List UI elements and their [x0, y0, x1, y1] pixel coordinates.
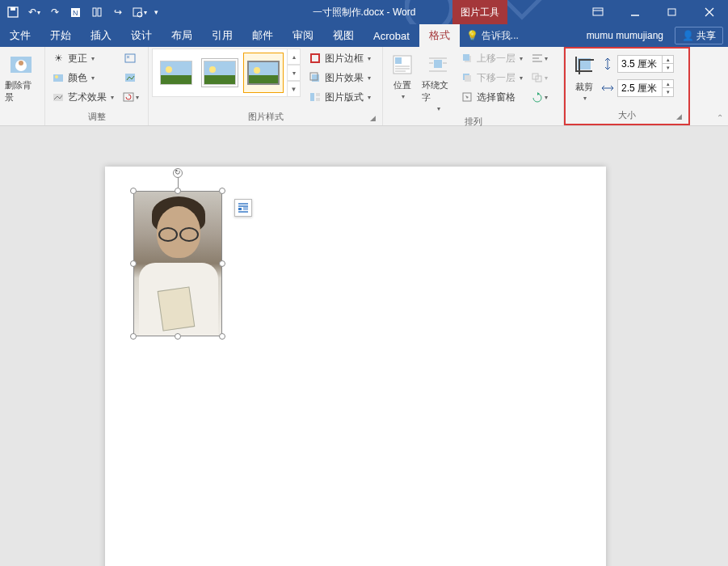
layout-options-flyout[interactable]	[234, 199, 252, 217]
compress-pictures-button[interactable]	[120, 49, 140, 68]
size-launcher-button[interactable]: ◢	[674, 112, 684, 122]
qat-button-5[interactable]: ↪	[108, 1, 128, 23]
print-preview-button[interactable]: ▾	[129, 1, 149, 23]
group-size-label: 大小◢	[569, 109, 685, 124]
group-size: 裁剪▾ ▴▾ ▴▾ 大小◢	[564, 47, 690, 125]
position-button[interactable]: 位置▾	[386, 49, 419, 103]
lightbulb-icon: 💡	[466, 30, 478, 41]
rotate-handle[interactable]	[173, 168, 183, 178]
width-down-button[interactable]: ▾	[663, 88, 673, 96]
svg-rect-43	[463, 54, 469, 61]
height-down-button[interactable]: ▾	[663, 64, 673, 72]
svg-rect-1	[11, 7, 15, 11]
tell-me-search[interactable]: 💡 告诉我...	[460, 24, 525, 47]
tab-references[interactable]: 引用	[202, 24, 242, 47]
group-adjust: ☀更正▾ 颜色▾ 艺术效果▾ ▾ 调整	[45, 47, 149, 125]
brightness-icon: ☀	[52, 52, 65, 65]
resize-handle-r[interactable]	[219, 260, 225, 267]
minimize-button[interactable]	[616, 0, 654, 24]
gallery-up-button[interactable]: ▴	[288, 49, 301, 65]
corrections-button[interactable]: ☀更正▾	[48, 49, 117, 68]
tab-file[interactable]: 文件	[0, 24, 40, 47]
tab-acrobat[interactable]: Acrobat	[364, 24, 419, 47]
picture-styles-gallery[interactable]	[152, 49, 288, 97]
picture-border-button[interactable]: 图片边框▾	[305, 49, 374, 68]
document-title: 一寸照制作.docx - Word	[313, 6, 416, 19]
onenote-linked-notes-button[interactable]: N	[66, 1, 86, 23]
tab-home[interactable]: 开始	[40, 24, 81, 47]
svg-rect-5	[98, 8, 101, 16]
picture-layout-button[interactable]: 图片版式▾	[305, 87, 374, 107]
resize-handle-tl[interactable]	[130, 188, 137, 194]
selected-picture[interactable]	[133, 191, 222, 336]
dropdown-icon: ▾	[91, 55, 95, 62]
style-thumb-1[interactable]	[156, 53, 196, 93]
dropdown-icon: ▾	[136, 94, 139, 101]
resize-handle-br[interactable]	[219, 333, 225, 340]
resize-handle-t[interactable]	[175, 188, 181, 194]
send-backward-button[interactable]: 下移一层▾	[457, 68, 526, 87]
tab-layout[interactable]: 布局	[162, 24, 202, 47]
resize-handle-bl[interactable]	[130, 333, 137, 340]
height-field[interactable]	[618, 58, 662, 70]
account-user[interactable]: mumu mumujiang	[580, 24, 670, 47]
ribbon-display-options-button[interactable]	[579, 0, 616, 24]
wrap-label: 环绕文字	[422, 79, 454, 103]
bring-forward-button[interactable]: 上移一层▾	[457, 49, 526, 68]
maximize-button[interactable]	[654, 0, 691, 24]
group-objects-button[interactable]: ▾	[529, 68, 549, 87]
close-button[interactable]	[691, 0, 728, 24]
rotate-button[interactable]: ▾	[529, 87, 549, 107]
change-picture-button[interactable]	[120, 68, 140, 87]
tab-view[interactable]: 视图	[323, 24, 364, 47]
document-page[interactable]	[105, 167, 606, 566]
color-button[interactable]: 颜色▾	[48, 68, 117, 87]
redo-button[interactable]: ↷	[45, 1, 65, 23]
crop-button[interactable]: 裁剪▾	[569, 50, 600, 105]
tab-format[interactable]: 格式	[419, 24, 460, 47]
bring-forward-icon	[461, 52, 473, 65]
selection-pane-button[interactable]: 选择窗格	[457, 87, 526, 107]
tab-review[interactable]: 审阅	[283, 24, 323, 47]
width-field[interactable]	[618, 82, 662, 94]
share-button[interactable]: 👤 共享	[675, 27, 723, 44]
collapse-ribbon-button[interactable]: ⌃	[717, 113, 723, 122]
style-thumb-3[interactable]	[243, 53, 284, 93]
save-button[interactable]	[3, 1, 23, 23]
artistic-effects-button[interactable]: 艺术效果▾	[48, 87, 117, 107]
width-input[interactable]: ▴▾	[617, 79, 674, 97]
wrap-text-button[interactable]: 环绕文字▾	[420, 49, 456, 116]
document-area[interactable]	[0, 126, 728, 566]
dropdown-icon: ▾	[368, 94, 371, 101]
photo-image[interactable]	[133, 191, 222, 336]
send-backward-label: 下移一层	[477, 71, 515, 85]
person-icon: 👤	[682, 30, 694, 41]
height-icon	[601, 57, 614, 70]
align-button[interactable]: ▾	[529, 49, 549, 68]
tab-design[interactable]: 设计	[121, 24, 162, 47]
tab-mailings[interactable]: 邮件	[242, 24, 283, 47]
group-label-empty	[3, 111, 41, 125]
undo-button[interactable]: ↶▾	[24, 1, 44, 23]
effects-icon	[309, 71, 322, 84]
height-up-button[interactable]: ▴	[663, 56, 673, 64]
picture-effects-button[interactable]: 图片效果▾	[305, 68, 374, 87]
svg-rect-33	[395, 57, 402, 64]
qat-customize-button[interactable]: ▾	[150, 1, 162, 23]
dropdown-icon: ▾	[368, 55, 371, 62]
width-up-button[interactable]: ▴	[663, 80, 673, 88]
resize-handle-b[interactable]	[175, 333, 181, 340]
resize-handle-tr[interactable]	[219, 188, 225, 194]
tab-insert[interactable]: 插入	[81, 24, 121, 47]
dropdown-icon: ▾	[368, 74, 371, 82]
reset-picture-button[interactable]: ▾	[120, 87, 140, 107]
remove-background-button[interactable]: 删除背景	[3, 49, 39, 107]
touch-mode-button[interactable]	[87, 1, 107, 23]
styles-launcher-button[interactable]: ◢	[368, 114, 377, 124]
gallery-more-button[interactable]: ▼	[288, 81, 301, 97]
height-input[interactable]: ▴▾	[617, 55, 674, 73]
style-thumb-2[interactable]	[200, 53, 240, 93]
resize-handle-l[interactable]	[130, 260, 137, 267]
picture-border-label: 图片边框	[325, 52, 364, 65]
gallery-down-button[interactable]: ▾	[288, 65, 301, 81]
